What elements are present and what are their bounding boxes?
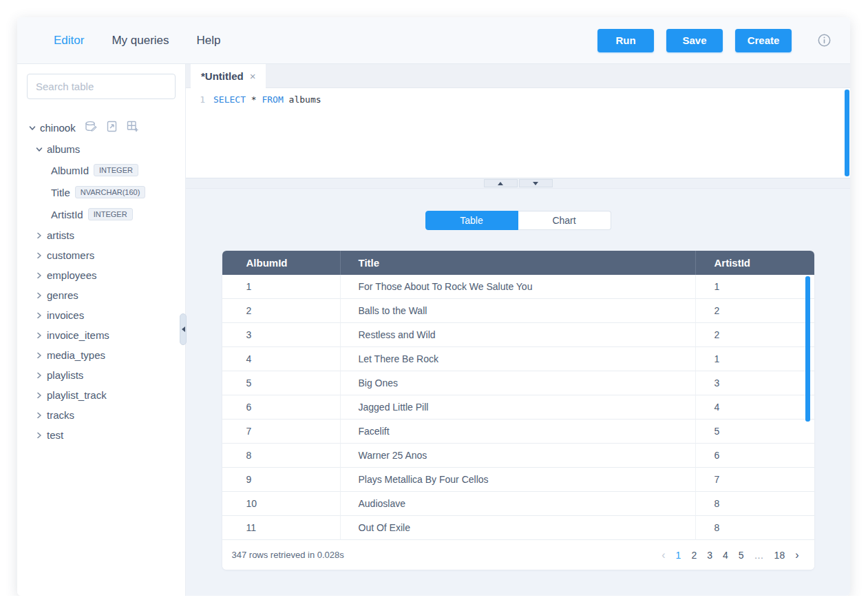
save-button[interactable]: Save <box>666 29 723 52</box>
table-name: customers <box>47 249 94 261</box>
splitter-up-button[interactable] <box>484 179 518 187</box>
navbar: EditorMy queriesHelp RunSaveCreate <box>17 17 850 64</box>
database-edit-icon[interactable] <box>85 121 97 134</box>
pagination-ellipsis: … <box>754 550 764 561</box>
cell-artistid: 8 <box>696 492 814 516</box>
create-button[interactable]: Create <box>735 29 792 52</box>
cell-title: Restless and Wild <box>341 323 696 347</box>
chevron-right-icon <box>36 249 43 261</box>
chevron-right-icon <box>36 289 43 301</box>
cell-artistid: 1 <box>696 275 814 299</box>
table-name: playlists <box>47 369 83 381</box>
table-row: 10Audioslave8 <box>222 492 814 516</box>
database-row-chinook[interactable]: chinook <box>17 117 185 138</box>
table-row: 6Jagged Little Pill4 <box>222 395 814 420</box>
cell-albumid: 2 <box>222 299 341 323</box>
search-input[interactable] <box>27 74 176 99</box>
sidebar-table-albums[interactable]: albums <box>17 139 185 159</box>
sidebar-table-tracks[interactable]: tracks <box>17 405 185 425</box>
table-row: 5Big Ones3 <box>222 371 814 395</box>
chevron-right-icon <box>36 429 43 441</box>
file-export-icon[interactable] <box>107 121 117 134</box>
column-name: Title <box>51 187 70 198</box>
collapse-left-icon <box>182 327 185 332</box>
tab-untitled[interactable]: *Untitled × <box>191 64 266 88</box>
chevron-down-icon <box>36 143 43 155</box>
cell-artistid: 1 <box>696 347 814 371</box>
editor-scrollbar[interactable] <box>845 90 849 176</box>
sidebar: chinook <box>17 64 186 596</box>
column-type-badge: INTEGER <box>94 164 138 176</box>
column-row-artistid: ArtistIdINTEGER <box>17 203 185 225</box>
code-token-plain: * <box>246 94 262 105</box>
table-row: 9Plays Metallica By Four Cellos7 <box>222 468 814 492</box>
tab-bar: *Untitled × <box>186 64 850 88</box>
table-header-artistid[interactable]: ArtistId <box>696 251 814 275</box>
sidebar-collapse-handle[interactable] <box>180 313 187 345</box>
sidebar-table-playlists[interactable]: playlists <box>17 365 185 385</box>
chevron-right-icon <box>36 409 43 421</box>
table-name: genres <box>47 289 78 301</box>
tab-close-icon[interactable]: × <box>250 70 256 82</box>
sidebar-table-playlist-track[interactable]: playlist_track <box>17 385 185 405</box>
sql-editor[interactable]: 1 SELECT * FROM albums <box>186 88 850 178</box>
toggle-chart[interactable]: Chart <box>518 211 611 230</box>
chevron-right-icon <box>36 369 43 381</box>
triangle-down-icon <box>533 182 538 185</box>
table-row: 7Facelift5 <box>222 420 814 444</box>
pagination-page-18[interactable]: 18 <box>774 550 785 561</box>
table-add-icon[interactable] <box>127 121 139 134</box>
sidebar-table-media-types[interactable]: media_types <box>17 345 185 365</box>
pagination-page-4[interactable]: 4 <box>723 550 728 561</box>
code-token-keyword: SELECT <box>213 94 246 105</box>
run-button[interactable]: Run <box>597 29 654 52</box>
sidebar-table-genres[interactable]: genres <box>17 285 185 305</box>
table-row: 8Warner 25 Anos6 <box>222 444 814 468</box>
code-token-plain: albums <box>284 94 321 105</box>
cell-title: Jagged Little Pill <box>341 395 696 420</box>
cell-albumid: 8 <box>222 444 341 468</box>
table-row: 3Restless and Wild2 <box>222 323 814 347</box>
results-footer: 347 rows retrieved in 0.028s ‹12345…18› <box>222 540 814 570</box>
splitter-down-button[interactable] <box>519 179 553 187</box>
nav-item-editor[interactable]: Editor <box>54 34 84 48</box>
cell-artistid: 2 <box>696 299 814 323</box>
table-name: playlist_track <box>47 389 107 401</box>
view-toggle: TableChart <box>425 211 611 230</box>
sidebar-table-employees[interactable]: employees <box>17 265 185 285</box>
sidebar-table-invoice-items[interactable]: invoice_items <box>17 325 185 345</box>
pagination-next[interactable]: › <box>795 549 798 561</box>
column-type-badge: NVARCHAR(160) <box>75 186 146 198</box>
table-name: invoice_items <box>47 329 109 341</box>
column-name: AlbumId <box>51 165 89 176</box>
chevron-right-icon <box>36 329 43 341</box>
results-scrollbar[interactable] <box>805 276 810 422</box>
toggle-table[interactable]: Table <box>425 211 518 230</box>
table-header-albumid[interactable]: AlbumId <box>222 251 341 275</box>
table-header-title[interactable]: Title <box>341 251 696 275</box>
cell-artistid: 8 <box>696 516 814 540</box>
database-actions <box>85 121 139 134</box>
results-card: AlbumIdTitleArtistId 1For Those About To… <box>222 251 814 570</box>
nav-item-my-queries[interactable]: My queries <box>112 34 169 48</box>
pagination-page-3[interactable]: 3 <box>707 550 712 561</box>
sidebar-table-artists[interactable]: artists <box>17 225 185 245</box>
sidebar-table-test[interactable]: test <box>17 425 185 445</box>
nav-actions: RunSaveCreate <box>597 29 831 52</box>
cell-albumid: 5 <box>222 371 341 395</box>
pagination-prev[interactable]: ‹ <box>661 549 665 561</box>
nav-item-help[interactable]: Help <box>197 34 221 48</box>
sidebar-table-customers[interactable]: customers <box>17 245 185 265</box>
search-wrap <box>27 74 176 99</box>
code-line: SELECT * FROM albums <box>213 93 321 178</box>
pagination-page-2[interactable]: 2 <box>691 550 697 561</box>
column-row-albumid: AlbumIdINTEGER <box>17 159 185 181</box>
table-name: employees <box>47 269 97 281</box>
cell-albumid: 7 <box>222 420 341 444</box>
results-panel: TableChart AlbumIdTitleArtistId 1For Tho… <box>186 189 850 596</box>
pagination-page-1[interactable]: 1 <box>676 550 681 561</box>
sidebar-table-invoices[interactable]: invoices <box>17 305 185 325</box>
pagination-page-5[interactable]: 5 <box>739 550 744 561</box>
info-icon[interactable] <box>818 34 831 47</box>
table-name: invoices <box>47 309 84 321</box>
